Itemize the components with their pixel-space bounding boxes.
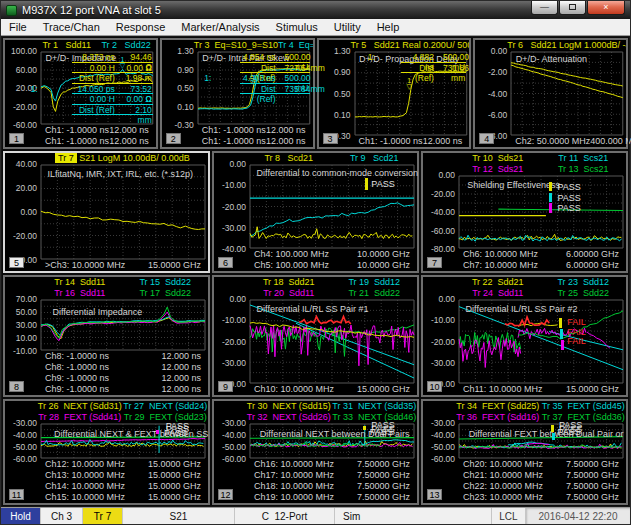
- active-trace-label[interactable]: Tr 7: [55, 153, 77, 163]
- trace-label[interactable]: Tr 25 Sdd22: [541, 288, 627, 299]
- trace-label[interactable]: Tr 11 Scs21: [541, 153, 627, 164]
- graph-window-13[interactable]: Tr 34 FEXT (Sdd25)Tr 35 FEXT (Sdd45)Tr 3…: [421, 399, 628, 505]
- graph-window-10[interactable]: Tr 22 Sdd21Tr 23 Sdd12Tr 24 Sdd11Tr 25 S…: [421, 275, 628, 397]
- stimulus-start: Ch6: 10.0000 MHz: [463, 249, 538, 260]
- marker-readout-value: 727.54mm: [285, 63, 310, 74]
- trace-label[interactable]: Tr 3 Eq=S10_9=S10: [194, 40, 278, 51]
- trace-label[interactable]: Tr 37 FEXT (Sdd36): [541, 412, 627, 423]
- window-number-badge[interactable]: 10: [427, 381, 442, 392]
- window-number-badge[interactable]: 2: [166, 133, 181, 144]
- measurement-title: Shielding Effectiveness: [467, 180, 560, 190]
- trace-label[interactable]: Tr 17 Sdd22: [123, 288, 209, 299]
- minimize-button[interactable]: —: [531, 1, 558, 15]
- status-measurement: S21: [123, 508, 235, 524]
- plot-region: 70.0050.0030.0010.00-10.00Differential I…: [5, 299, 208, 351]
- stimulus-stop: 7.50000 GHz: [566, 470, 619, 481]
- menu-file[interactable]: File: [1, 20, 35, 34]
- window-number-badge[interactable]: 11: [9, 489, 24, 500]
- menu-utility[interactable]: Utility: [326, 20, 369, 34]
- trace-label[interactable]: Tr 30 NEXT (Sdd15): [246, 401, 332, 412]
- trace-label[interactable]: Tr 35 FEXT (Sdd45): [541, 401, 627, 412]
- maximize-icon: [569, 4, 576, 10]
- menu-trace-chan[interactable]: Trace/Chan: [35, 20, 108, 34]
- close-button[interactable]: ×: [587, 1, 625, 15]
- trace-label[interactable]: Tr 27 NEXT (Sdd24): [123, 401, 209, 412]
- trace-label[interactable]: Tr 34 FEXT (Sdd25): [455, 401, 541, 412]
- plot-region: 0.00-10.00-20.00-30.00-40.00Differential…: [214, 164, 417, 249]
- y-axis-label: 0.00: [214, 159, 246, 169]
- trace-title-text: S21 LogM 10.00dB/ 0.00dB: [77, 153, 190, 163]
- graph-window-5[interactable]: Tr 7 S21 LogM 10.00dB/ 0.00dB40.0020.000…: [3, 151, 210, 273]
- graph-window-2[interactable]: Tr 3 Eq=S10_9=S10Tr 4 Eq=S12_11=S11.300.…: [160, 38, 315, 149]
- plot-area: Differential IL/RL SS Pair #1: [250, 300, 414, 383]
- window-number-badge[interactable]: 3: [323, 133, 338, 144]
- stimulus-start: Ch18: 10.0000 MHz: [254, 481, 334, 492]
- trace-label[interactable]: Tr 2 Sdd22: [96, 40, 155, 51]
- menu-stimulus[interactable]: Stimulus: [268, 20, 326, 34]
- stimulus-stop: 12.000 ns: [161, 384, 201, 395]
- traces: [511, 52, 623, 135]
- stimulus-row: Ch23: 10.0000 MHz7.50000 GHz: [423, 492, 626, 503]
- stimulus-start: Ch8: -1.0000 ns: [45, 351, 109, 362]
- menu-response[interactable]: Response: [108, 20, 174, 34]
- trace-label[interactable]: Tr 14 Sdd11: [37, 277, 123, 288]
- trace-label[interactable]: Tr 12 Sds21: [455, 164, 541, 175]
- trace-label[interactable]: Tr 13 Scs21: [541, 164, 627, 175]
- window-number-badge[interactable]: 7: [427, 257, 442, 268]
- marker-readout-value: 500.00 mU: [285, 73, 310, 84]
- status-sim-mode: Sim: [335, 508, 492, 524]
- graph-window-7[interactable]: Tr 10 Sds21Tr 11 Scs21Tr 12 Sds21Tr 13 S…: [421, 151, 628, 273]
- trace-label[interactable]: Tr 15 Sdd22: [123, 277, 209, 288]
- trace-label[interactable]: Tr 6 Sdd21 LogM 1.000dB/ -4.00dB: [507, 40, 626, 51]
- trace-label[interactable]: Tr 31 NEXT (Sdd35): [332, 401, 418, 412]
- graph-window-9[interactable]: Tr 18 Sdd21Tr 19 Sdd12Tr 20 Sdd11Tr 21 S…: [212, 275, 419, 397]
- trace-label[interactable]: Tr 22 Sdd21: [455, 277, 541, 288]
- stimulus-stop: 15.0000 GHz: [148, 260, 201, 271]
- graph-window-11[interactable]: Tr 26 NEXT (Sdd31)Tr 27 NEXT (Sdd24)Tr 2…: [3, 399, 210, 505]
- trace-label[interactable]: Tr 18 Sdd21: [246, 277, 332, 288]
- y-axis-label: 60.00: [5, 65, 37, 75]
- trace-label[interactable]: Tr 24 Sdd11: [455, 288, 541, 299]
- window-number-badge[interactable]: 5: [9, 257, 24, 268]
- trace-label[interactable]: Tr 23 Sdd12: [541, 277, 627, 288]
- graph-window-6[interactable]: Tr 8 Scd21Tr 9 Scd210.00-10.00-20.00-30.…: [212, 151, 419, 273]
- stimulus-start: Ch9: -1.0000 ns: [45, 373, 109, 384]
- trace-label[interactable]: Tr 10 Sds21: [455, 153, 541, 164]
- trace-label[interactable]: Tr 9 Scd21: [332, 153, 418, 164]
- trace-label[interactable]: Tr 21 Sdd22: [332, 288, 418, 299]
- trace-label[interactable]: Tr 20 Sdd11: [246, 288, 332, 299]
- graph-window-8[interactable]: Tr 14 Sdd11Tr 15 Sdd22Tr 16 Sdd11Tr 17 S…: [3, 275, 210, 397]
- window-number-badge[interactable]: 13: [427, 489, 442, 500]
- graph-window-12[interactable]: Tr 30 NEXT (Sdd15)Tr 31 NEXT (Sdd35)Tr 3…: [212, 399, 419, 505]
- y-axis-label: 30.00: [5, 320, 37, 330]
- trace-label[interactable]: Tr 1 Sdd11: [37, 40, 96, 51]
- stimulus-stop: 6.00000 GHz: [566, 260, 619, 271]
- stimulus-stop: 12.000 ns: [266, 136, 306, 147]
- title-bar[interactable]: M937X 12 port VNA at slot 5 — ×: [1, 1, 630, 19]
- graph-window-4[interactable]: Tr 6 Sdd21 LogM 1.000dB/ -4.00dB0.00-2.0…: [473, 38, 628, 149]
- graph-window-1[interactable]: Tr 1 Sdd11Tr 2 Sdd22100.0060.0020.00-20.…: [3, 38, 158, 149]
- window-number-badge[interactable]: 4: [479, 133, 494, 144]
- menu-marker-analysis[interactable]: Marker/Analysis: [173, 20, 267, 34]
- trace-label[interactable]: Tr 19 Sdd12: [332, 277, 418, 288]
- trace-label[interactable]: Tr 28 FEXT (Sdd41): [37, 412, 123, 423]
- window-number-badge[interactable]: 8: [9, 381, 24, 392]
- window-number-badge[interactable]: 6: [218, 257, 233, 268]
- y-axis-label: 70.00: [5, 294, 37, 304]
- trace-label[interactable]: Tr 16 Sdd11: [37, 288, 123, 299]
- y-axis-label: -50.00: [423, 442, 455, 452]
- trace-label[interactable]: Tr 8 Scd21: [246, 153, 332, 164]
- menu-help[interactable]: Help: [369, 20, 408, 34]
- window-number-badge[interactable]: 1: [9, 133, 24, 144]
- trace-y: [250, 227, 412, 239]
- trace-label[interactable]: Tr 32 NEXT (Sdd26): [246, 412, 332, 423]
- plot-area: D+/D- Attenuation: [511, 52, 623, 135]
- trace-label[interactable]: Tr 36 FEXT (Sdd16): [455, 412, 541, 423]
- maximize-button[interactable]: [559, 1, 586, 15]
- window-number-badge[interactable]: 9: [218, 381, 233, 392]
- window-number-badge[interactable]: 12: [218, 489, 233, 500]
- trace-label[interactable]: Tr 4 Eq=S12_11=S1: [278, 40, 313, 51]
- graph-window-3[interactable]: Tr 5 Sdd21 Real 0.200U/ 500mU1.300.900.5…: [317, 38, 472, 149]
- trace-label[interactable]: Tr 26 NEXT (Sdd31): [37, 401, 123, 412]
- trace-label[interactable]: Tr 5 Sdd21 Real 0.200U/ 500mU: [351, 40, 470, 51]
